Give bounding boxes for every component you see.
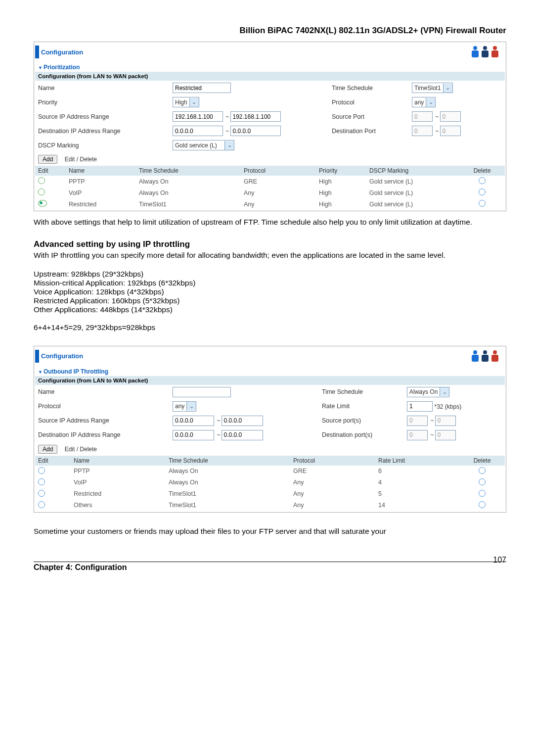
body-line: Voice Application: 128kbps (4*32kbps)	[34, 287, 506, 296]
dst-ip-label: Destination IP Address Range	[35, 428, 170, 442]
table-row: VoIPAlways On AnyHigh Gold service (L)	[35, 187, 505, 198]
time-schedule-select[interactable]: TimeSlot1⌄	[412, 83, 453, 93]
edit-radio[interactable]	[38, 200, 47, 207]
dst-ip-from-input[interactable]	[173, 430, 214, 440]
name-input[interactable]	[173, 387, 231, 397]
chevron-down-icon: ⌄	[189, 98, 199, 107]
src-ip-from-input[interactable]	[173, 111, 223, 122]
edit-delete-label: Edit / Delete	[65, 446, 97, 453]
dst-port-label: Destination Port	[329, 124, 409, 138]
dst-port-label: Destination port(s)	[319, 428, 404, 442]
add-button[interactable]: Add	[38, 155, 57, 164]
body-line: 6+4+14+5=29, 29*32kbps=928kbps	[34, 323, 506, 332]
edit-radio[interactable]	[38, 490, 45, 497]
prioritization-panel: Configuration Prioritization Configurati…	[34, 42, 506, 211]
panel-accent-bar	[35, 46, 39, 58]
section-title[interactable]: Outbound IP Throttling	[35, 367, 505, 376]
delete-radio[interactable]	[479, 200, 486, 207]
protocol-select[interactable]: any⌄	[412, 97, 436, 107]
time-schedule-select[interactable]: Always On⌄	[407, 387, 449, 397]
chevron-down-icon: ⌄	[443, 84, 452, 93]
dst-ip-label: Destination IP Address Range	[35, 124, 170, 138]
dst-ip-to-input[interactable]	[230, 126, 281, 136]
edit-radio[interactable]	[38, 189, 45, 195]
delete-radio[interactable]	[479, 490, 486, 497]
edit-radio[interactable]	[38, 501, 45, 508]
table-row: RestrictedTimeSlot1 Any5	[35, 488, 505, 500]
dscp-select[interactable]: Gold service (L)⌄	[173, 140, 234, 150]
chevron-down-icon: ⌄	[426, 98, 435, 107]
delete-radio[interactable]	[479, 501, 486, 508]
dst-ip-to-input[interactable]	[222, 430, 263, 440]
table-row: RestrictedTimeSlot1 AnyHigh Gold service…	[35, 198, 505, 210]
edit-radio[interactable]	[38, 467, 45, 474]
priority-label: Priority	[35, 95, 170, 109]
src-ip-to-input[interactable]	[230, 111, 281, 122]
body-paragraph: Sometime your customers or friends may u…	[34, 526, 506, 537]
body-line: Restricted Application: 160kbps (5*32kbp…	[34, 296, 506, 305]
section-subtitle: Configuration (from LAN to WAN packet)	[35, 376, 505, 385]
dscp-label: DSCP Marking	[35, 138, 170, 152]
body-line: Other Applications: 448kbps (14*32kbps)	[34, 305, 506, 314]
panel-accent-bar	[35, 350, 39, 363]
throttling-panel: Configuration Outbound IP Throttling Con…	[34, 346, 506, 513]
src-port-from-input[interactable]	[407, 416, 428, 426]
table-row: OthersTimeSlot1 Any14	[35, 500, 505, 511]
dst-port-to-input[interactable]	[435, 430, 456, 440]
table-row: VoIPAlways On Any4	[35, 477, 505, 488]
list-header: Edit Name Time Schedule Protocol Priorit…	[35, 166, 505, 176]
src-port-to-input[interactable]	[435, 416, 456, 426]
time-schedule-label: Time Schedule	[319, 385, 404, 399]
body-paragraph: With above settings that help to limit u…	[34, 217, 506, 228]
dst-port-to-input[interactable]	[440, 126, 461, 136]
edit-radio[interactable]	[38, 177, 45, 184]
chapter-label: Chapter 4: Configuration	[34, 563, 506, 572]
panel-title: Configuration	[41, 48, 83, 56]
body-line: Mission-critical Application: 192kbps (6…	[34, 279, 506, 287]
panel-title: Configuration	[41, 352, 83, 360]
edit-radio[interactable]	[38, 478, 45, 485]
edit-delete-label: Edit / Delete	[65, 156, 97, 163]
people-icon	[467, 349, 503, 363]
src-port-label: Source port(s)	[319, 414, 404, 428]
delete-radio[interactable]	[479, 478, 486, 485]
protocol-label: Protocol	[329, 95, 409, 109]
src-ip-label: Source IP Address Range	[35, 414, 170, 428]
add-button[interactable]: Add	[38, 445, 57, 454]
delete-radio[interactable]	[479, 177, 486, 184]
name-input[interactable]	[173, 83, 231, 93]
src-port-from-input[interactable]	[412, 111, 433, 122]
people-icon	[467, 45, 503, 59]
rate-limit-label: Rate Limit	[319, 399, 404, 414]
name-label: Name	[35, 385, 170, 399]
src-port-to-input[interactable]	[440, 111, 461, 122]
section-title[interactable]: Prioritization	[35, 63, 505, 72]
dst-ip-from-input[interactable]	[173, 126, 223, 136]
dst-port-from-input[interactable]	[407, 430, 428, 440]
list-header: Edit Name Time Schedule Protocol Rate Li…	[35, 456, 505, 466]
priority-select[interactable]: High⌄	[173, 97, 199, 107]
time-schedule-label: Time Schedule	[329, 81, 409, 95]
chevron-down-icon: ⌄	[440, 387, 449, 396]
rate-limit-input[interactable]	[407, 401, 433, 412]
src-ip-to-input[interactable]	[222, 416, 263, 426]
protocol-label: Protocol	[35, 399, 170, 414]
body-line: Upstream: 928kbps (29*32kbps)	[34, 270, 506, 279]
src-ip-from-input[interactable]	[173, 416, 214, 426]
src-ip-label: Source IP Address Range	[35, 109, 170, 124]
body-paragraph: With IP throttling you can specify more …	[34, 250, 506, 261]
protocol-select[interactable]: any⌄	[173, 401, 196, 412]
name-label: Name	[35, 81, 170, 95]
delete-radio[interactable]	[479, 467, 486, 474]
chevron-down-icon: ⌄	[224, 141, 234, 150]
table-row: PPTPAlways On GRE6	[35, 466, 505, 477]
document-header: Billion BiPAC 7402NX(L) 802.11n 3G/ADSL2…	[34, 26, 506, 36]
src-port-label: Source Port	[329, 109, 409, 124]
table-row: PPTPAlways On GREHigh Gold service (L)	[35, 176, 505, 187]
section-subtitle: Configuration (from LAN to WAN packet)	[35, 72, 505, 81]
delete-radio[interactable]	[479, 189, 486, 195]
dst-port-from-input[interactable]	[412, 126, 433, 136]
section-heading: Advanced setting by using IP throttling	[34, 239, 506, 249]
rate-limit-unit: *32 (kbps)	[434, 403, 461, 410]
chevron-down-icon: ⌄	[186, 402, 196, 411]
